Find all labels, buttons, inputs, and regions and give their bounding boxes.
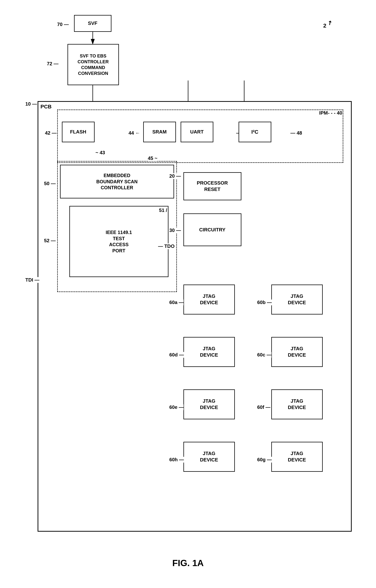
jtag-60d-block: JTAG DEVICE bbox=[183, 337, 235, 367]
ref-30: 30 — bbox=[169, 228, 181, 233]
ref-45: 45 ~ bbox=[148, 155, 157, 161]
jtag-60c-block: JTAG DEVICE bbox=[271, 337, 323, 367]
ref-10: 10 — bbox=[25, 101, 37, 107]
jtag-60e-block: JTAG DEVICE bbox=[183, 389, 235, 419]
ref-60a: 60a — bbox=[169, 300, 184, 305]
ref-60d: 60d — bbox=[169, 352, 184, 358]
jtag-60b-block: JTAG DEVICE bbox=[271, 284, 323, 315]
ref-42: 42 — bbox=[45, 130, 57, 136]
tdo-label: — TDO bbox=[158, 243, 175, 249]
ref-60b: 60b — bbox=[257, 300, 272, 305]
processor-reset-block: PROCESSOR RESET bbox=[183, 172, 241, 200]
ipmi-label: IPMI bbox=[319, 110, 329, 116]
ref-70: 70 — bbox=[57, 22, 69, 27]
jtag-60f-block: JTAG DEVICE bbox=[271, 389, 323, 419]
jtag-60g-block: JTAG DEVICE bbox=[271, 442, 323, 472]
ref-72: 72 — bbox=[47, 61, 59, 67]
jtag-60h-block: JTAG DEVICE bbox=[183, 442, 235, 472]
tap-block: IEEE 1149.1 TEST ACCESS PORT bbox=[69, 206, 168, 277]
figure-title: FIG. 1A bbox=[172, 558, 204, 568]
uart-block: UART bbox=[181, 122, 213, 142]
ref-43: ~ 43 bbox=[95, 150, 105, 156]
ref-2-label: 2 bbox=[323, 22, 326, 29]
ref-48: — 48 bbox=[290, 130, 302, 136]
converter-block: SVF TO EBS CONTROLLER COMMAND CONVERSION bbox=[67, 44, 119, 85]
circuitry-block: CIRCUITRY bbox=[183, 213, 241, 246]
ref-60g: 60g — bbox=[257, 457, 272, 463]
ref-60c: 60c — bbox=[257, 352, 272, 358]
ref-40: - - - 40 bbox=[328, 110, 342, 116]
ebsc-block: EMBEDDED BOUNDARY SCAN CONTROLLER bbox=[60, 165, 174, 198]
ref-51: 51 / bbox=[159, 207, 167, 213]
ref-20: 20 — bbox=[169, 173, 181, 179]
ref-60f: 60f — bbox=[257, 404, 271, 410]
flash-block: FLASH bbox=[62, 122, 94, 142]
ref-60e: 60e — bbox=[169, 404, 184, 410]
ref-60h: 60h — bbox=[169, 457, 184, 463]
svf-block: SVF bbox=[74, 15, 111, 32]
i2c-block: I²C bbox=[239, 122, 271, 142]
tdi-label: TDI — bbox=[25, 277, 40, 283]
ref-52: 52 — bbox=[44, 238, 56, 244]
ref-50: 50 — bbox=[44, 181, 56, 186]
ref-44: 44 ← bbox=[129, 130, 140, 136]
jtag-60a-block: JTAG DEVICE bbox=[183, 284, 235, 315]
sram-block: SRAM bbox=[143, 122, 176, 142]
diagram: 2 ↗ SVF 70 — SVF TO EBS CONTROLLER COMMA… bbox=[20, 8, 356, 550]
